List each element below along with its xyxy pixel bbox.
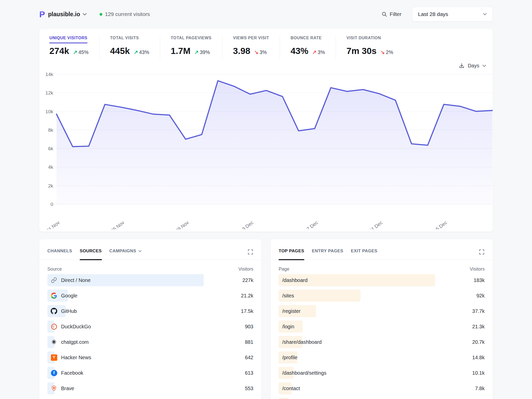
site-name[interactable]: plausible.io — [48, 11, 80, 18]
stat-change: ↘3% — [254, 49, 267, 55]
table-row[interactable]: /contact7.8k — [279, 382, 485, 394]
column-name: Source — [47, 267, 62, 272]
column-value: Visitors — [470, 267, 485, 272]
expand-icon[interactable] — [248, 249, 253, 255]
stat-change-pct: 45% — [78, 49, 88, 55]
stat-total-pageviews[interactable]: TOTAL PAGEVIEWS 1.7M↗39% — [160, 36, 222, 56]
row-visitors: 21.2k — [241, 290, 253, 302]
row-label[interactable]: /dashboard — [282, 277, 308, 283]
facebook-icon: f — [50, 369, 58, 376]
interval-label[interactable]: Days — [468, 63, 479, 69]
sources-list: Direct / None227kGoogle21.2kGitHub17.5kD… — [39, 274, 261, 394]
row-label[interactable]: Brave — [61, 386, 74, 391]
tab-entry-pages[interactable]: ENTRY PAGES — [312, 249, 343, 260]
table-row[interactable]: fFacebook613 — [47, 367, 253, 379]
y-axis-tick: 6k — [48, 146, 53, 151]
row-visitors: 20.7k — [472, 336, 485, 348]
filter-button[interactable]: Filter — [382, 11, 402, 17]
table-row[interactable]: /dashboard/settings10.1k — [279, 367, 485, 379]
current-visitors[interactable]: 129 current visitors — [100, 11, 150, 17]
x-axis-tick: 15 Dec — [433, 220, 448, 229]
row-visitors: 17.5k — [241, 305, 253, 317]
stat-change-pct: 3% — [318, 49, 325, 55]
row-visitors: 227k — [242, 274, 253, 286]
tab-sources[interactable]: SOURCES — [80, 249, 102, 260]
row-label[interactable]: /register — [282, 308, 300, 314]
table-row[interactable]: /profile14.8k — [279, 351, 485, 364]
table-row[interactable]: /share/dashboard20.7k — [279, 336, 485, 348]
row-visitors: 10.1k — [472, 367, 485, 379]
stat-value: 3.98 — [233, 46, 250, 56]
stat-label: BOUNCE RATE — [291, 36, 322, 43]
pages-list: /dashboard183k/sites92k/register37.7k/lo… — [271, 274, 493, 399]
tab-campaigns[interactable]: CAMPAIGNS — [109, 249, 142, 260]
column-value: Visitors — [238, 267, 253, 272]
row-label[interactable]: Facebook — [61, 370, 83, 376]
row-label[interactable]: DuckDuckGo — [61, 324, 91, 330]
row-label[interactable]: Hacker News — [61, 355, 91, 360]
github-icon — [50, 308, 58, 315]
table-row[interactable]: Brave553 — [47, 382, 253, 394]
y-axis-tick: 10k — [45, 109, 53, 114]
row-label[interactable]: Direct / None — [61, 277, 91, 283]
row-label[interactable]: chatgpt.com — [61, 339, 89, 345]
date-range-picker[interactable]: Last 28 days — [412, 7, 493, 22]
visitors-chart[interactable]: 02k4k6k8k10k12k14k21 Nov25 Nov29 Nov3 De… — [39, 72, 493, 229]
row-label[interactable]: /profile — [282, 355, 297, 360]
row-visitors: 903 — [245, 320, 253, 333]
table-row-partial — [279, 398, 485, 399]
live-dot-icon — [100, 13, 102, 16]
stat-bounce-rate[interactable]: BOUNCE RATE 43%↗3% — [280, 36, 336, 56]
tab-channels[interactable]: CHANNELS — [47, 249, 72, 260]
sources-tabs: CHANNELS SOURCES CAMPAIGNS — [39, 239, 261, 260]
row-visitors: 7.8k — [475, 382, 485, 394]
stat-views-per-visit[interactable]: VIEWS PER VISIT 3.98↘3% — [222, 36, 280, 56]
stat-value: 43% — [291, 46, 308, 56]
trend-arrow-icon: ↗ — [194, 49, 199, 55]
chart-interval-control[interactable]: Days — [459, 63, 486, 69]
x-axis-tick: 7 Dec — [306, 220, 319, 229]
row-label[interactable]: /sites — [282, 293, 294, 299]
stat-total-visits[interactable]: TOTAL VISITS 445k↗43% — [100, 36, 160, 56]
stat-change: ↗45% — [73, 49, 89, 55]
row-label[interactable]: /login — [282, 324, 294, 330]
download-icon[interactable] — [459, 63, 465, 69]
stat-visit-duration[interactable]: VISIT DURATION 7m 30s↘2% — [336, 36, 404, 56]
stat-change-pct: 39% — [200, 49, 210, 55]
table-row[interactable]: /register37.7k — [279, 305, 485, 317]
row-visitors: 553 — [245, 382, 253, 394]
row-label[interactable]: Google — [61, 293, 78, 299]
stat-unique-visitors[interactable]: UNIQUE VISITORS 274k↗45% — [49, 36, 99, 56]
row-bar — [279, 398, 289, 399]
topbar: P plausible.io 129 current visitors Filt… — [39, 6, 493, 22]
table-row[interactable]: GitHub17.5k — [47, 305, 253, 317]
table-row[interactable]: /login21.3k — [279, 320, 485, 333]
row-label[interactable]: /dashboard/settings — [282, 370, 327, 376]
tab-top-pages[interactable]: TOP PAGES — [279, 249, 304, 260]
row-visitors: 21.3k — [472, 320, 485, 333]
table-row[interactable]: /sites92k — [279, 290, 485, 302]
row-visitors: 14.8k — [472, 351, 485, 364]
stat-value: 7m 30s — [347, 46, 377, 56]
table-row[interactable]: ✳chatgpt.com881 — [47, 336, 253, 348]
sources-column-header: Source Visitors — [39, 267, 261, 272]
row-label[interactable]: /share/dashboard — [282, 339, 322, 345]
tab-exit-pages[interactable]: EXIT PAGES — [351, 249, 377, 260]
trend-arrow-icon: ↗ — [134, 49, 138, 55]
chevron-down-icon — [138, 250, 142, 252]
table-row[interactable]: Direct / None227k — [47, 274, 253, 286]
tab-label: SOURCES — [80, 249, 102, 254]
stat-label: VISIT DURATION — [347, 36, 381, 43]
row-label[interactable]: GitHub — [61, 308, 77, 314]
table-row[interactable]: DuckDuckGo903 — [47, 320, 253, 333]
y-axis-tick: 0 — [50, 202, 53, 207]
expand-icon[interactable] — [479, 249, 485, 255]
search-icon — [382, 11, 387, 17]
x-axis-tick: 21 Nov — [45, 220, 61, 229]
table-row[interactable]: /dashboard183k — [279, 274, 485, 286]
table-row[interactable]: Google21.2k — [47, 290, 253, 302]
stat-label: TOTAL VISITS — [110, 36, 139, 43]
site-switcher-chevron-icon[interactable] — [83, 13, 87, 16]
row-label[interactable]: /contact — [282, 386, 300, 391]
table-row[interactable]: YHacker News642 — [47, 351, 253, 364]
